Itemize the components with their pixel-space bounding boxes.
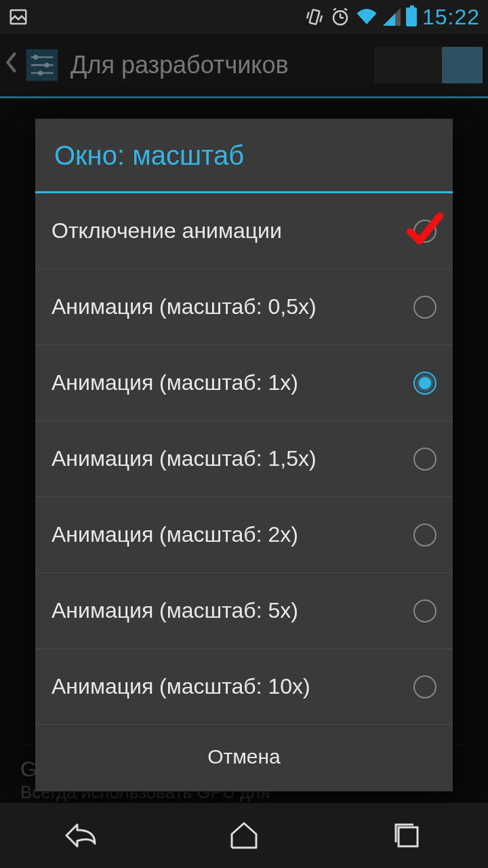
option-label: Анимация (масштаб: 1x) [52,370,413,395]
option-animation-10x[interactable]: Анимация (масштаб: 10x) [35,649,453,725]
toggle-thumb [442,47,483,83]
svg-line-3 [320,16,322,22]
svg-point-11 [33,55,38,60]
radio-icon [413,296,436,319]
picture-icon [8,7,28,27]
status-bar: 15:22 [0,0,488,34]
nav-recent-button[interactable] [359,815,454,856]
option-label: Анимация (масштаб: 0,5x) [52,294,413,319]
svg-rect-1 [310,9,320,24]
dialog-option-list: Отключение анимации Анимация (масштаб: 0… [35,193,453,725]
option-label: Анимация (масштаб: 10x) [52,674,413,699]
nav-back-button[interactable] [34,815,129,856]
vibrate-icon [304,7,325,27]
action-bar: Для разработчиков [0,34,488,98]
settings-sliders-icon[interactable] [20,43,64,87]
wifi-icon [356,7,378,27]
status-time: 15:22 [422,5,480,30]
option-animation-15x[interactable]: Анимация (масштаб: 1,5x) [35,421,453,497]
option-animation-off[interactable]: Отключение анимации [35,193,453,269]
screen: 15:22 Для разработчиков GPU-ускорение Вс… [0,0,488,868]
navigation-bar [0,803,488,868]
dialog-window-scale: Окно: масштаб Отключение анимации Анимац… [35,119,453,791]
dialog-title: Окно: масштаб [35,119,453,193]
battery-icon [406,7,417,26]
status-left [8,7,28,27]
cancel-button[interactable]: Отмена [35,725,453,791]
svg-line-2 [307,12,309,19]
radio-icon-selected [413,372,436,395]
option-animation-05x[interactable]: Анимация (масштаб: 0,5x) [35,269,453,345]
page-title: Для разработчиков [70,51,374,79]
option-label: Анимация (масштаб: 5x) [52,598,413,623]
signal-icon [383,7,401,26]
radio-icon [413,599,436,623]
svg-point-15 [38,71,43,75]
option-label: Анимация (масштаб: 2x) [52,522,413,547]
svg-point-13 [45,63,49,68]
radio-icon [413,524,436,547]
svg-rect-16 [399,827,418,846]
radio-icon [413,220,436,243]
nav-home-button[interactable] [197,815,291,856]
svg-line-8 [344,9,347,11]
svg-line-7 [333,9,336,11]
option-animation-1x[interactable]: Анимация (масштаб: 1x) [35,345,453,421]
option-animation-5x[interactable]: Анимация (масштаб: 5x) [35,573,453,649]
alarm-icon [330,7,350,27]
radio-icon [413,448,436,471]
option-animation-2x[interactable]: Анимация (масштаб: 2x) [35,497,453,573]
radio-icon [413,675,436,698]
status-right: 15:22 [304,5,480,30]
master-toggle[interactable] [374,47,483,83]
back-icon[interactable] [5,51,18,80]
option-label: Анимация (масштаб: 1,5x) [52,446,413,471]
option-label: Отключение анимации [52,218,413,243]
